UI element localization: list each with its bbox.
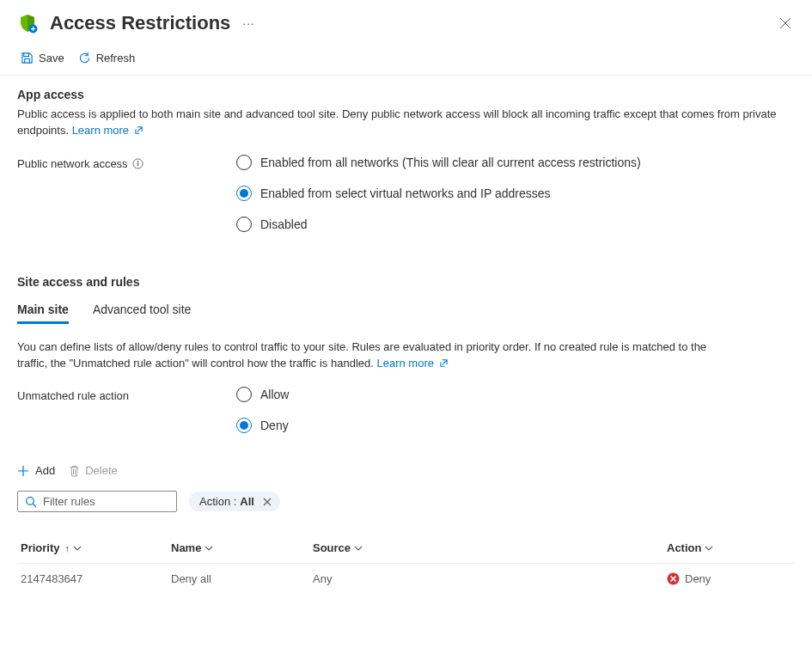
filter-input-wrap[interactable]	[17, 491, 177, 512]
public-network-access-row: Public network access Enabled from all n…	[17, 155, 795, 232]
trash-icon	[69, 465, 80, 477]
radio-enabled-all[interactable]: Enabled from all networks (This will cle…	[236, 155, 641, 170]
radio-icon	[236, 155, 252, 170]
more-actions-button[interactable]: ···	[242, 16, 255, 30]
add-rule-button[interactable]: Add	[17, 462, 55, 479]
site-rules-learn-more-link[interactable]: Learn more	[376, 357, 448, 370]
svg-rect-2	[33, 27, 34, 31]
column-name[interactable]: Name	[171, 541, 313, 554]
filter-row: Action : All	[17, 491, 795, 512]
column-priority[interactable]: Priority ↑	[21, 541, 171, 554]
chevron-down-icon	[354, 544, 363, 553]
tab-main-site[interactable]: Main site	[17, 302, 69, 324]
cell-action: Deny	[667, 572, 791, 585]
panel-header: Access Restrictions ···	[0, 0, 812, 43]
cell-priority: 2147483647	[21, 572, 171, 585]
unmatched-rule-group: Allow Deny	[236, 387, 289, 433]
public-network-access-group: Enabled from all networks (This will cle…	[236, 155, 641, 232]
chevron-down-icon	[73, 544, 82, 553]
rules-action-bar: Add Delete	[17, 462, 795, 479]
shield-icon	[17, 13, 38, 34]
tab-advanced-tool-site[interactable]: Advanced tool site	[93, 302, 191, 324]
info-icon[interactable]	[132, 158, 143, 169]
clear-filter-icon[interactable]	[263, 498, 272, 506]
sort-asc-icon: ↑	[65, 543, 70, 553]
cell-source: Any	[313, 572, 667, 585]
unmatched-rule-label: Unmatched rule action	[17, 387, 236, 402]
delete-rule-button[interactable]: Delete	[69, 462, 118, 479]
svg-point-4	[137, 161, 138, 162]
command-bar: Save Refresh	[0, 43, 812, 76]
close-button[interactable]	[776, 14, 795, 33]
app-access-heading: App access	[17, 88, 795, 101]
radio-deny[interactable]: Deny	[236, 418, 289, 433]
radio-icon	[236, 387, 252, 402]
deny-icon	[667, 572, 680, 585]
chevron-down-icon	[705, 544, 713, 553]
filter-action-pill[interactable]: Action : All	[189, 492, 280, 511]
column-action[interactable]: Action	[667, 541, 791, 554]
radio-icon	[236, 217, 252, 232]
refresh-button[interactable]: Refresh	[78, 50, 136, 66]
refresh-label: Refresh	[96, 52, 136, 64]
site-tabs: Main site Advanced tool site	[17, 302, 795, 324]
save-button[interactable]: Save	[21, 50, 64, 66]
plus-icon	[17, 465, 29, 477]
svg-rect-5	[137, 162, 137, 166]
unmatched-rule-row: Unmatched rule action Allow Deny	[17, 387, 795, 433]
public-network-access-label: Public network access	[17, 155, 236, 170]
radio-enabled-select[interactable]: Enabled from select virtual networks and…	[236, 186, 641, 201]
column-source[interactable]: Source	[313, 541, 667, 554]
external-link-icon	[134, 125, 143, 135]
radio-icon	[236, 418, 252, 433]
radio-disabled[interactable]: Disabled	[236, 217, 641, 232]
page-title: Access Restrictions	[50, 12, 230, 34]
external-link-icon	[439, 358, 449, 368]
save-icon	[21, 52, 34, 64]
filter-rules-input[interactable]	[43, 495, 169, 508]
site-rules-heading: Site access and rules	[17, 275, 795, 289]
radio-allow[interactable]: Allow	[236, 387, 289, 402]
save-label: Save	[39, 52, 64, 64]
rules-table: Priority ↑ Name Source	[17, 533, 795, 594]
radio-icon	[236, 186, 252, 201]
app-access-description: Public access is applied to both main si…	[17, 107, 795, 139]
chevron-down-icon	[205, 544, 213, 553]
site-rules-description: You can define lists of allow/deny rules…	[17, 339, 722, 372]
table-header-row: Priority ↑ Name Source	[17, 533, 795, 564]
app-access-section: App access Public access is applied to b…	[0, 76, 812, 594]
search-icon	[25, 496, 37, 508]
app-access-learn-more-link[interactable]: Learn more	[72, 124, 143, 137]
table-row[interactable]: 2147483647 Deny all Any Deny	[17, 564, 795, 594]
svg-point-6	[27, 498, 34, 505]
refresh-icon	[78, 52, 91, 64]
cell-name: Deny all	[171, 572, 313, 585]
